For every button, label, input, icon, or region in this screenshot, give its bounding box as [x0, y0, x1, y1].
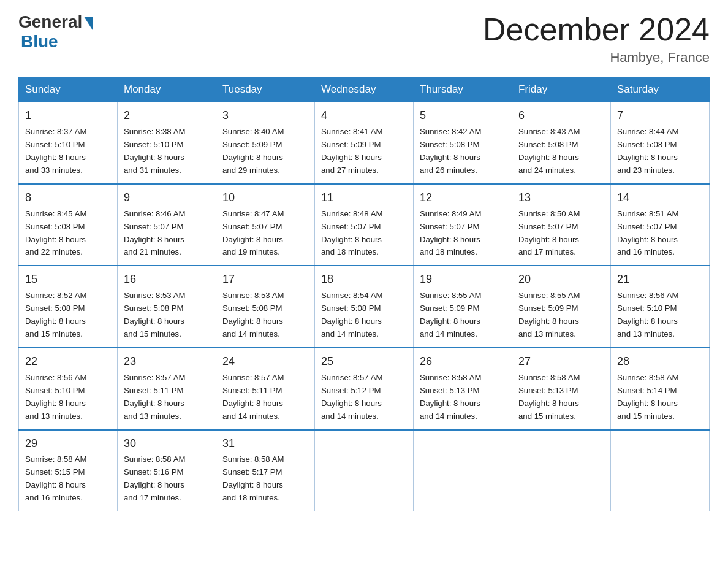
day-info: Sunrise: 8:48 AMSunset: 5:07 PMDaylight:… [321, 209, 382, 257]
day-info: Sunrise: 8:44 AMSunset: 5:08 PMDaylight:… [617, 127, 678, 175]
day-info: Sunrise: 8:37 AMSunset: 5:10 PMDaylight:… [25, 127, 86, 175]
day-number: 15 [25, 271, 111, 288]
day-number: 17 [222, 271, 308, 288]
day-number: 3 [222, 107, 308, 124]
day-info: Sunrise: 8:57 AMSunset: 5:11 PMDaylight:… [124, 373, 185, 421]
day-info: Sunrise: 8:53 AMSunset: 5:08 PMDaylight:… [124, 291, 185, 339]
day-info: Sunrise: 8:57 AMSunset: 5:12 PMDaylight:… [321, 373, 382, 421]
weekday-header-sunday: Sunday [19, 77, 118, 102]
day-info: Sunrise: 8:43 AMSunset: 5:08 PMDaylight:… [518, 127, 580, 175]
day-number: 6 [518, 107, 604, 124]
calendar-cell: 13 Sunrise: 8:50 AMSunset: 5:07 PMDaylig… [512, 184, 611, 266]
calendar-cell: 24 Sunrise: 8:57 AMSunset: 5:11 PMDaylig… [216, 348, 315, 430]
day-info: Sunrise: 8:55 AMSunset: 5:09 PMDaylight:… [420, 291, 481, 339]
calendar-week-row: 29 Sunrise: 8:58 AMSunset: 5:15 PMDaylig… [19, 430, 710, 511]
weekday-header-friday: Friday [512, 77, 611, 102]
day-number: 13 [518, 190, 604, 207]
calendar-cell: 18 Sunrise: 8:54 AMSunset: 5:08 PMDaylig… [315, 266, 414, 348]
calendar-cell: 11 Sunrise: 8:48 AMSunset: 5:07 PMDaylig… [315, 184, 414, 266]
day-number: 31 [222, 435, 308, 453]
day-number: 5 [420, 107, 506, 124]
title-block: December 2024 Hambye, France [483, 12, 710, 66]
calendar-cell: 30 Sunrise: 8:58 AMSunset: 5:16 PMDaylig… [118, 430, 216, 511]
calendar-table: SundayMondayTuesdayWednesdayThursdayFrid… [18, 77, 710, 511]
calendar-cell: 15 Sunrise: 8:52 AMSunset: 5:08 PMDaylig… [19, 266, 118, 348]
calendar-cell [611, 430, 710, 511]
day-info: Sunrise: 8:42 AMSunset: 5:08 PMDaylight:… [420, 127, 481, 175]
calendar-cell: 4 Sunrise: 8:41 AMSunset: 5:09 PMDayligh… [315, 102, 414, 184]
calendar-cell: 8 Sunrise: 8:45 AMSunset: 5:08 PMDayligh… [19, 184, 118, 266]
calendar-cell: 28 Sunrise: 8:58 AMSunset: 5:14 PMDaylig… [611, 348, 710, 430]
calendar-cell: 5 Sunrise: 8:42 AMSunset: 5:08 PMDayligh… [414, 102, 512, 184]
calendar-week-row: 15 Sunrise: 8:52 AMSunset: 5:08 PMDaylig… [19, 266, 710, 348]
calendar-cell: 26 Sunrise: 8:58 AMSunset: 5:13 PMDaylig… [414, 348, 512, 430]
day-info: Sunrise: 8:38 AMSunset: 5:10 PMDaylight:… [124, 127, 185, 175]
day-info: Sunrise: 8:46 AMSunset: 5:07 PMDaylight:… [124, 209, 185, 257]
page-header: General Blue December 2024 Hambye, Franc… [18, 12, 710, 66]
day-number: 9 [124, 190, 210, 207]
day-number: 8 [25, 190, 111, 207]
day-number: 22 [25, 353, 111, 370]
day-number: 14 [617, 190, 703, 207]
day-info: Sunrise: 8:53 AMSunset: 5:08 PMDaylight:… [222, 291, 284, 339]
calendar-cell: 16 Sunrise: 8:53 AMSunset: 5:08 PMDaylig… [118, 266, 216, 348]
day-info: Sunrise: 8:55 AMSunset: 5:09 PMDaylight:… [518, 291, 580, 339]
calendar-cell: 19 Sunrise: 8:55 AMSunset: 5:09 PMDaylig… [414, 266, 512, 348]
logo-blue-text: Blue [21, 32, 58, 52]
day-number: 28 [617, 353, 703, 370]
calendar-cell: 25 Sunrise: 8:57 AMSunset: 5:12 PMDaylig… [315, 348, 414, 430]
weekday-header-thursday: Thursday [414, 77, 512, 102]
location-title: Hambye, France [483, 50, 710, 66]
calendar-cell: 21 Sunrise: 8:56 AMSunset: 5:10 PMDaylig… [611, 266, 710, 348]
day-number: 26 [420, 353, 506, 370]
day-number: 12 [420, 190, 506, 207]
calendar-week-row: 1 Sunrise: 8:37 AMSunset: 5:10 PMDayligh… [19, 102, 710, 184]
day-number: 7 [617, 107, 703, 124]
calendar-cell: 7 Sunrise: 8:44 AMSunset: 5:08 PMDayligh… [611, 102, 710, 184]
weekday-header-monday: Monday [118, 77, 216, 102]
calendar-week-row: 22 Sunrise: 8:56 AMSunset: 5:10 PMDaylig… [19, 348, 710, 430]
calendar-cell: 1 Sunrise: 8:37 AMSunset: 5:10 PMDayligh… [19, 102, 118, 184]
weekday-header-row: SundayMondayTuesdayWednesdayThursdayFrid… [19, 77, 710, 102]
calendar-cell: 23 Sunrise: 8:57 AMSunset: 5:11 PMDaylig… [118, 348, 216, 430]
calendar-cell: 14 Sunrise: 8:51 AMSunset: 5:07 PMDaylig… [611, 184, 710, 266]
calendar-cell: 12 Sunrise: 8:49 AMSunset: 5:07 PMDaylig… [414, 184, 512, 266]
day-number: 20 [518, 271, 604, 288]
calendar-cell: 9 Sunrise: 8:46 AMSunset: 5:07 PMDayligh… [118, 184, 216, 266]
day-info: Sunrise: 8:58 AMSunset: 5:13 PMDaylight:… [420, 373, 481, 421]
day-number: 4 [321, 107, 407, 124]
calendar-week-row: 8 Sunrise: 8:45 AMSunset: 5:08 PMDayligh… [19, 184, 710, 266]
day-number: 1 [25, 107, 111, 124]
day-number: 2 [124, 107, 210, 124]
day-info: Sunrise: 8:41 AMSunset: 5:09 PMDaylight:… [321, 127, 382, 175]
day-info: Sunrise: 8:54 AMSunset: 5:08 PMDaylight:… [321, 291, 382, 339]
day-number: 27 [518, 353, 604, 370]
calendar-cell: 3 Sunrise: 8:40 AMSunset: 5:09 PMDayligh… [216, 102, 315, 184]
day-number: 25 [321, 353, 407, 370]
calendar-cell: 31 Sunrise: 8:58 AMSunset: 5:17 PMDaylig… [216, 430, 315, 511]
calendar-cell: 17 Sunrise: 8:53 AMSunset: 5:08 PMDaylig… [216, 266, 315, 348]
calendar-cell: 29 Sunrise: 8:58 AMSunset: 5:15 PMDaylig… [19, 430, 118, 511]
day-info: Sunrise: 8:58 AMSunset: 5:16 PMDaylight:… [124, 454, 185, 502]
day-info: Sunrise: 8:49 AMSunset: 5:07 PMDaylight:… [420, 209, 481, 257]
calendar-cell: 10 Sunrise: 8:47 AMSunset: 5:07 PMDaylig… [216, 184, 315, 266]
day-number: 16 [124, 271, 210, 288]
day-number: 18 [321, 271, 407, 288]
day-info: Sunrise: 8:57 AMSunset: 5:11 PMDaylight:… [222, 373, 284, 421]
weekday-header-wednesday: Wednesday [315, 77, 414, 102]
day-number: 11 [321, 190, 407, 207]
day-info: Sunrise: 8:52 AMSunset: 5:08 PMDaylight:… [25, 291, 86, 339]
day-number: 23 [124, 353, 210, 370]
day-info: Sunrise: 8:45 AMSunset: 5:08 PMDaylight:… [25, 209, 86, 257]
calendar-cell: 2 Sunrise: 8:38 AMSunset: 5:10 PMDayligh… [118, 102, 216, 184]
calendar-cell [414, 430, 512, 511]
day-info: Sunrise: 8:58 AMSunset: 5:14 PMDaylight:… [617, 373, 678, 421]
weekday-header-tuesday: Tuesday [216, 77, 315, 102]
day-number: 30 [124, 435, 210, 453]
calendar-cell: 22 Sunrise: 8:56 AMSunset: 5:10 PMDaylig… [19, 348, 118, 430]
logo: General Blue [18, 12, 93, 52]
logo-general-text: General [18, 12, 82, 32]
day-number: 24 [222, 353, 308, 370]
calendar-cell: 6 Sunrise: 8:43 AMSunset: 5:08 PMDayligh… [512, 102, 611, 184]
day-info: Sunrise: 8:47 AMSunset: 5:07 PMDaylight:… [222, 209, 284, 257]
